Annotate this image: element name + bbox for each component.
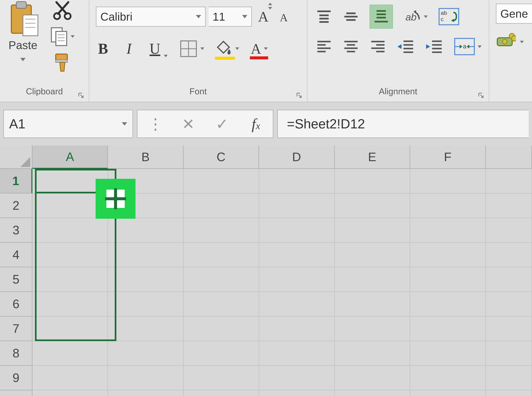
cell-A6[interactable] <box>32 292 108 316</box>
font-name-combo[interactable]: Calibri <box>96 7 206 27</box>
cell-D1[interactable] <box>259 169 335 193</box>
cell-B9[interactable] <box>108 366 183 390</box>
cell-E3[interactable] <box>335 218 410 243</box>
increase-indent-button[interactable] <box>425 38 443 55</box>
cell-D2[interactable] <box>259 193 335 218</box>
cell-B3[interactable] <box>108 218 183 243</box>
cell-B4[interactable] <box>108 243 183 267</box>
cell-F1[interactable] <box>410 169 486 193</box>
cell-E10[interactable] <box>335 390 410 396</box>
decrease-indent-button[interactable] <box>397 38 415 55</box>
cell-A3[interactable] <box>32 218 108 243</box>
cell-A4[interactable] <box>32 243 108 267</box>
cell-C9[interactable] <box>184 366 259 390</box>
cell-F5[interactable] <box>410 267 486 292</box>
cell-E6[interactable] <box>335 292 410 316</box>
row-header-10[interactable] <box>0 390 32 396</box>
fill-color-button[interactable] <box>216 40 233 57</box>
orientation-button[interactable]: ab <box>403 7 422 26</box>
wrap-text-button[interactable]: ab c <box>438 7 460 26</box>
accounting-format-button[interactable] <box>496 33 516 51</box>
cell-D10[interactable] <box>259 390 335 396</box>
cell-C8[interactable] <box>184 341 259 366</box>
cell-D3[interactable] <box>259 218 335 243</box>
row-header-9[interactable]: 9 <box>0 366 32 390</box>
cell-C2[interactable] <box>184 193 259 218</box>
font-color-button[interactable]: A <box>251 41 261 57</box>
cell-F3[interactable] <box>410 218 486 243</box>
font-color-dropdown[interactable] <box>264 47 268 50</box>
cell-G3[interactable] <box>486 218 532 243</box>
cell-E4[interactable] <box>335 243 410 267</box>
row-header-2[interactable]: 2 <box>0 193 32 218</box>
cell-D4[interactable] <box>259 243 335 267</box>
decrease-font-size-button[interactable]: A <box>273 8 288 25</box>
align-left-button[interactable] <box>316 38 332 55</box>
cell-F2[interactable] <box>410 193 486 218</box>
accounting-format-dropdown[interactable] <box>520 41 524 43</box>
cell-A10[interactable] <box>32 390 108 396</box>
number-format-combo[interactable]: Gene <box>496 4 532 24</box>
align-right-button[interactable] <box>370 38 386 55</box>
cell-G2[interactable] <box>486 193 532 218</box>
alignment-dialog-launcher[interactable] <box>478 93 484 98</box>
row-header-6[interactable]: 6 <box>0 292 32 316</box>
cell-E1[interactable] <box>335 169 410 193</box>
clipboard-dialog-launcher[interactable] <box>78 93 84 98</box>
column-header-D[interactable]: D <box>259 146 335 169</box>
row-header-7[interactable]: 7 <box>0 316 32 341</box>
cell-G8[interactable] <box>486 341 532 366</box>
font-size-combo[interactable]: 11 <box>209 7 252 27</box>
copy-button[interactable] <box>45 26 80 47</box>
underline-dropdown[interactable] <box>164 55 168 57</box>
row-header-4[interactable]: 4 <box>0 243 32 267</box>
row-header-3[interactable]: 3 <box>0 218 32 243</box>
column-header-E[interactable]: E <box>335 146 410 169</box>
borders-dropdown[interactable] <box>200 47 204 50</box>
cell-D9[interactable] <box>259 366 335 390</box>
cell-E9[interactable] <box>335 366 410 390</box>
copy-dropdown[interactable] <box>71 35 75 38</box>
align-center-button[interactable] <box>343 38 359 55</box>
formula-input[interactable]: =Sheet2!D12 <box>277 110 529 138</box>
cell-F4[interactable] <box>410 243 486 267</box>
cell-A7[interactable] <box>32 316 108 341</box>
borders-button[interactable] <box>179 40 198 58</box>
fill-color-dropdown[interactable] <box>235 47 239 50</box>
cell-G9[interactable] <box>486 366 532 390</box>
cell-C1[interactable] <box>184 169 259 193</box>
cell-A9[interactable] <box>32 366 108 390</box>
cell-E8[interactable] <box>335 341 410 366</box>
name-box[interactable]: A1 <box>3 110 133 138</box>
cell-G4[interactable] <box>486 243 532 267</box>
paste-button[interactable] <box>3 0 43 37</box>
cell-G1[interactable] <box>486 169 532 193</box>
cell-A8[interactable] <box>32 341 108 366</box>
cell-E2[interactable] <box>335 193 410 218</box>
row-header-5[interactable]: 5 <box>0 267 32 292</box>
cell-F7[interactable] <box>410 316 486 341</box>
cell-B10[interactable] <box>108 390 183 396</box>
cell-E7[interactable] <box>335 316 410 341</box>
cell-G6[interactable] <box>486 292 532 316</box>
orientation-dropdown[interactable] <box>424 16 428 18</box>
merge-center-button[interactable]: a <box>454 37 475 56</box>
cell-F6[interactable] <box>410 292 486 316</box>
italic-button[interactable]: I <box>122 40 136 57</box>
column-header-overflow[interactable] <box>486 146 532 169</box>
cell-C10[interactable] <box>184 390 259 396</box>
fill-handle-cursor[interactable] <box>96 179 135 219</box>
enter-formula-button[interactable]: ✓ <box>210 115 234 133</box>
cell-D7[interactable] <box>259 316 335 341</box>
cell-B6[interactable] <box>108 292 183 316</box>
font-dialog-launcher[interactable] <box>296 93 302 98</box>
cell-A5[interactable] <box>32 267 108 292</box>
underline-button[interactable]: U <box>148 40 162 57</box>
insert-function-button[interactable]: fx <box>244 116 267 133</box>
column-header-C[interactable]: C <box>184 146 259 169</box>
align-bottom-button[interactable] <box>370 5 393 29</box>
cell-D8[interactable] <box>259 341 335 366</box>
cell-C7[interactable] <box>184 316 259 341</box>
cell-B8[interactable] <box>108 341 183 366</box>
cut-button[interactable] <box>45 0 80 22</box>
